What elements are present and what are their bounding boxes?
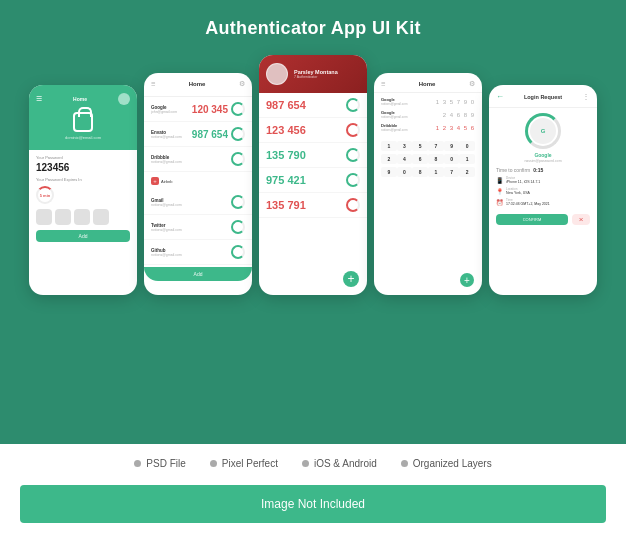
add-button[interactable]: Add: [144, 267, 252, 281]
more-icon[interactable]: ⋮: [582, 92, 590, 101]
service-email: nassim@password.com: [489, 159, 597, 163]
feature-layers: Organized Layers: [401, 458, 492, 469]
pin-key[interactable]: 0: [444, 154, 460, 164]
list-item: Twitter notions@gmail.com: [144, 215, 252, 240]
location-value: New York, USA: [506, 191, 530, 195]
lock-icon: [73, 112, 93, 132]
top-section: Authenticator App UI Kit ☰ Home dominic@…: [0, 0, 626, 444]
expires-label: Your Password Expires In: [36, 177, 130, 182]
add-fab-button[interactable]: +: [343, 271, 359, 287]
progress-circle: [346, 173, 360, 187]
phone-3-header: Parsley Montana 7 Authenticator: [259, 55, 367, 93]
menu-icon: ☰: [381, 81, 385, 87]
phone-2: ☰ Home ⚙ Google john@gmail.com 120 345: [144, 73, 252, 295]
pin-key[interactable]: 7: [428, 141, 444, 151]
progress-ring: G: [525, 113, 561, 149]
pin-key[interactable]: 1: [459, 154, 475, 164]
pin-key[interactable]: 1: [428, 167, 444, 177]
list-item: 987 654: [259, 93, 367, 118]
feature-label: iOS & Android: [314, 458, 377, 469]
progress-circle: [231, 152, 245, 166]
password-value: 123456: [36, 162, 130, 173]
pin-key[interactable]: 9: [381, 167, 397, 177]
back-icon[interactable]: ←: [496, 92, 504, 101]
feature-ios: iOS & Android: [302, 458, 377, 469]
pin-key[interactable]: 1: [381, 141, 397, 151]
pin-pad: 1 3 5 7 9 0 2 4 6 8 0 1: [374, 138, 482, 183]
list-item: Github notions@gmail.com: [144, 240, 252, 265]
phone-3: Parsley Montana 7 Authenticator 987 654 …: [259, 55, 367, 295]
pin-key[interactable]: 9: [444, 141, 460, 151]
device-value: iPhone 11, iOS 14.7.1: [506, 180, 540, 184]
progress-circle: [231, 127, 245, 141]
phone-2-title: Home: [189, 81, 206, 87]
timer-label: Time to confirm: [496, 167, 530, 173]
pin-key[interactable]: 7: [444, 167, 460, 177]
feature-label: Organized Layers: [413, 458, 492, 469]
main-title: Authenticator App UI Kit: [205, 18, 421, 39]
progress-circle: [231, 245, 245, 259]
feature-label: PSD File: [146, 458, 185, 469]
timer-value: 0:15: [533, 167, 543, 173]
location-icon: 📍: [496, 188, 503, 195]
pin-key[interactable]: 5: [412, 141, 428, 151]
list-item: Gmail notions@gmail.com: [144, 190, 252, 215]
pin-key[interactable]: 4: [397, 154, 413, 164]
main-container: Authenticator App UI Kit ☰ Home dominic@…: [0, 0, 626, 544]
feature-label: Pixel Perfect: [222, 458, 278, 469]
phone-4-header: ☰ Home ⚙: [374, 73, 482, 93]
confirm-button[interactable]: CONFIRM: [496, 214, 568, 225]
timer-text: 5 min: [40, 193, 50, 198]
feature-pixel: Pixel Perfect: [210, 458, 278, 469]
phone-1-name: Home: [73, 96, 87, 102]
deny-button[interactable]: ×: [572, 214, 590, 225]
pin-key[interactable]: 6: [412, 154, 428, 164]
features-row: PSD File Pixel Perfect iOS & Android Org…: [20, 458, 606, 469]
feature-psd: PSD File: [134, 458, 185, 469]
pin-key[interactable]: 2: [459, 167, 475, 177]
phone-1: ☰ Home dominic@email.com Your Password 1…: [29, 85, 137, 295]
bottom-section: PSD File Pixel Perfect iOS & Android Org…: [0, 444, 626, 544]
pin-key[interactable]: 3: [397, 141, 413, 151]
phone-5-title: Login Request: [524, 94, 562, 100]
settings-icon: ⚙: [469, 80, 475, 88]
phone-1-email: dominic@email.com: [65, 135, 101, 140]
timer-circle: 5 min: [36, 186, 54, 204]
device-icon: 📱: [496, 177, 503, 184]
pin-key[interactable]: 0: [397, 167, 413, 177]
pin-key[interactable]: 2: [381, 154, 397, 164]
pin-key[interactable]: 8: [428, 154, 444, 164]
pin-key[interactable]: 0: [459, 141, 475, 151]
phone-4: ☰ Home ⚙ Googlenotions@gmail.com 1 3 5 7…: [374, 73, 482, 295]
progress-circle: [346, 98, 360, 112]
list-item: Envato notions@gmail.com 987 654: [144, 122, 252, 147]
progress-circle: [231, 195, 245, 209]
avatar-item: [36, 209, 52, 225]
avatar: [266, 63, 288, 85]
feature-dot: [210, 460, 217, 467]
phone-5-header: ← Login Request ⋮: [489, 85, 597, 108]
phone-2-header: ☰ Home ⚙: [144, 73, 252, 97]
feature-dot: [134, 460, 141, 467]
add-fab-button[interactable]: +: [460, 273, 474, 287]
feature-dot: [302, 460, 309, 467]
service-name: Google: [489, 152, 597, 158]
deny-icon: ×: [579, 215, 584, 224]
phone-4-title: Home: [419, 81, 436, 87]
pin-key[interactable]: 8: [412, 167, 428, 177]
list-item: 975 421: [259, 168, 367, 193]
phone-3-sub: 7 Authenticator: [294, 75, 338, 79]
progress-circle: [346, 198, 360, 212]
list-item: Googlenotions@gmail.com 1 3 5 7 9 0: [381, 97, 475, 106]
progress-circle: [346, 123, 360, 137]
list-item: Dribbblenotions@gmail.com 1 2 3 4 5 6: [381, 123, 475, 132]
avatar-item: [55, 209, 71, 225]
avatar: [118, 93, 130, 105]
avatar-item: [74, 209, 90, 225]
password-label: Your Password: [36, 155, 130, 160]
time-value: 17:32:46 GMT+2, May 2021: [506, 202, 550, 206]
progress-circle: [231, 102, 245, 116]
avatar-item: [93, 209, 109, 225]
list-item: Google john@gmail.com 120 345: [144, 97, 252, 122]
add-button[interactable]: Add: [36, 230, 130, 242]
